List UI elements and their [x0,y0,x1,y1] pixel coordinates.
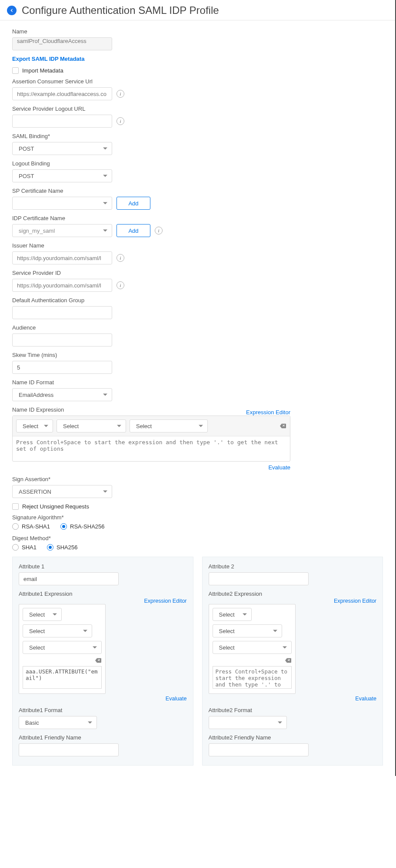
expression-editor-link[interactable]: Expression Editor [144,598,187,604]
audience-input[interactable] [12,333,112,347]
sp-logout-input[interactable] [12,115,112,128]
attr2-fmt-label: Attribute2 Format [209,707,377,713]
nameid-format-label: Name ID Format [12,379,383,386]
info-icon[interactable]: i [116,281,124,289]
attr1-sel-3[interactable]: Select [23,641,102,654]
sp-logout-label: Service Provider Logout URL [12,106,383,112]
sp-cert-label: SP Certificate Name [12,188,383,194]
attr1-friendly-label: Attribute1 Friendly Name [19,734,187,741]
attr2-sel-2[interactable]: Select [213,624,282,637]
attr1-title: Attribute 1 [19,563,187,570]
attribute2-panel: Attribute 2 Attribute2 Expression Expres… [202,557,383,766]
sig-rsa-sha1-label: RSA-SHA1 [22,523,50,530]
issuer-label: Issuer Name [12,242,383,249]
nameid-expression-block: Select Select Select [12,416,290,462]
acs-input[interactable] [12,87,112,100]
export-metadata-link[interactable]: Export SAML IDP Metadata [12,56,84,62]
sign-assertion-label: Sign Assertion* [12,476,383,482]
name-input[interactable]: samlProf_CloudflareAccess [12,37,112,50]
digest-sha256-label: SHA256 [57,544,77,551]
info-icon[interactable]: i [116,117,124,125]
saml-binding-label: SAML Binding* [12,133,383,139]
idp-cert-add-button[interactable]: Add [116,224,150,237]
attr1-input[interactable] [19,572,119,585]
idp-cert-select[interactable]: sign_my_saml [12,224,112,237]
acs-label: Assertion Consumer Service Url [12,78,383,85]
saml-binding-select[interactable]: POST [12,142,112,155]
logout-binding-select[interactable]: POST [12,169,112,182]
nameid-format-select[interactable]: EmailAddress [12,388,112,401]
attr2-sel-1[interactable]: Select [213,608,252,621]
audience-label: Audience [12,324,383,331]
sp-cert-add-button[interactable]: Add [116,197,150,210]
sig-alg-label: Signature Algorithm* [12,514,383,521]
sig-rsa-sha256-label: RSA-SHA256 [70,523,104,530]
sig-rsa-sha1-radio[interactable] [12,523,19,530]
backspace-icon[interactable] [285,657,292,663]
info-icon[interactable]: i [116,90,124,98]
attr2-expression-textarea[interactable] [213,666,292,689]
attr1-expression-textarea[interactable] [23,666,102,689]
sp-cert-select[interactable] [12,197,112,210]
digest-sha256-radio[interactable] [47,544,53,551]
def-auth-group-label: Default Authentication Group [12,297,383,304]
attribute1-panel: Attribute 1 Attribute1 Expression Expres… [12,557,193,766]
attr2-expr-label: Attribute2 Expression [209,591,377,597]
expr-select-1[interactable]: Select [16,419,53,432]
backspace-icon[interactable] [95,657,102,663]
attr2-friendly-input[interactable] [209,743,309,756]
attr1-sel-2[interactable]: Select [23,624,92,637]
def-auth-group-input[interactable] [12,306,112,319]
attr2-format-select[interactable] [209,716,287,729]
attr1-sel-1[interactable]: Select [23,608,62,621]
sign-assertion-select[interactable]: ASSERTION [12,485,112,498]
digest-sha1-radio[interactable] [12,544,19,551]
issuer-input[interactable] [12,251,112,264]
attr2-friendly-label: Attribute2 Friendly Name [209,734,377,741]
attr1-fmt-label: Attribute1 Format [19,707,187,713]
nameid-expression-textarea[interactable] [13,436,290,460]
attr1-expr-label: Attribute1 Expression [19,591,187,597]
reject-unsigned-checkbox[interactable] [12,503,19,510]
attr1-format-select[interactable]: Basic [19,716,97,729]
evaluate-link[interactable]: Evaluate [268,464,290,471]
digest-sha1-label: SHA1 [22,544,37,551]
spid-label: Service Provider ID [12,270,383,276]
import-metadata-label: Import Metadata [22,67,63,74]
page-title: Configure Authentication SAML IDP Profil… [22,4,219,17]
back-button[interactable] [7,6,17,15]
reject-unsigned-label: Reject Unsigned Requests [22,503,89,510]
info-icon[interactable]: i [155,227,163,234]
idp-cert-label: IDP Certificate Name [12,215,383,221]
skew-input[interactable] [12,361,112,374]
attr2-input[interactable] [209,572,309,585]
info-icon[interactable]: i [116,254,124,262]
evaluate-link[interactable]: Evaluate [355,696,376,702]
sig-rsa-sha256-radio[interactable] [60,523,67,530]
attr2-sel-3[interactable]: Select [213,641,292,654]
logout-binding-label: Logout Binding [12,160,383,167]
expr-select-2[interactable]: Select [57,419,126,432]
skew-label: Skew Time (mins) [12,352,383,358]
arrow-left-icon [9,8,14,13]
digest-label: Digest Method* [12,535,383,541]
nameid-expr-label: Name ID Expression [12,406,64,413]
backspace-icon[interactable] [280,423,286,429]
spid-input[interactable] [12,279,112,292]
import-metadata-checkbox[interactable] [12,67,19,74]
name-label: Name [12,28,383,35]
expression-editor-link[interactable]: Expression Editor [246,409,290,416]
expression-editor-link[interactable]: Expression Editor [334,598,376,604]
evaluate-link[interactable]: Evaluate [166,696,187,702]
attr1-friendly-input[interactable] [19,743,119,756]
expr-select-3[interactable]: Select [130,419,208,432]
attr2-title: Attribute 2 [209,563,377,570]
